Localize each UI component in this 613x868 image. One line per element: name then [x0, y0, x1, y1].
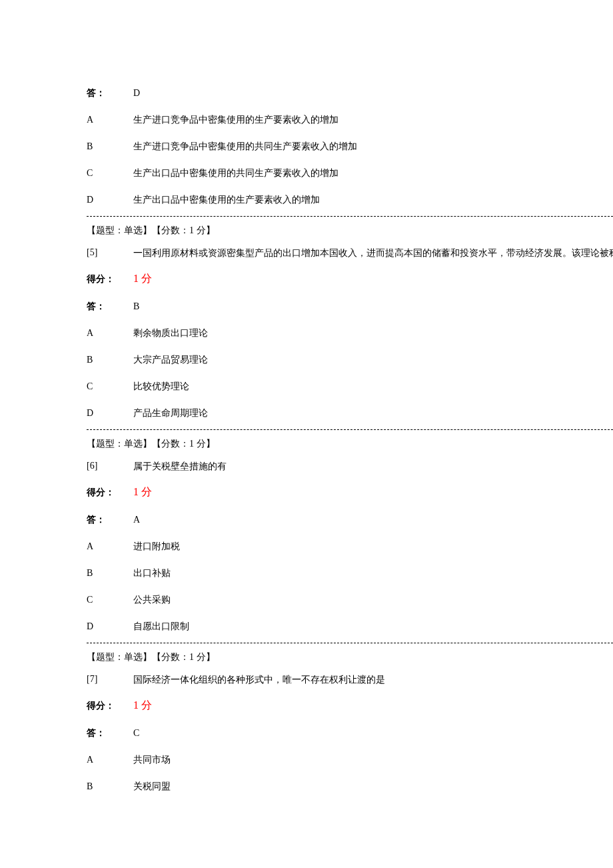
option-row: A 生产进口竞争品中密集使用的生产要素收入的增加 — [87, 107, 613, 133]
option-letter: C — [87, 168, 133, 179]
option-row: B 生产进口竞争品中密集使用的共同生产要素收入的增加 — [87, 133, 613, 160]
document-page: 答： D A 生产进口竞争品中密集使用的生产要素收入的增加 B 生产进口竞争品中… — [0, 0, 613, 827]
option-row: D 生产出口品中密集使用的生产要素收入的增加 — [87, 187, 613, 213]
option-letter: D — [87, 621, 133, 632]
question-meta: 【题型：单选】【分数：1 分】 — [87, 219, 613, 241]
option-letter: A — [87, 115, 133, 125]
question-text: 属于关税壁垒措施的有 — [133, 461, 613, 473]
option-row: B 大宗产品贸易理论 — [87, 347, 613, 373]
answer-row: 答： A — [87, 507, 613, 533]
option-text: 关税同盟 — [133, 781, 613, 793]
answer-label: 答： — [87, 87, 133, 99]
option-text: 剩余物质出口理论 — [133, 327, 613, 339]
option-letter: A — [87, 755, 133, 765]
option-row: C 公共采购 — [87, 587, 613, 613]
answer-label: 答： — [87, 301, 133, 313]
answer-row: 答： C — [87, 720, 613, 747]
option-row: A 共同市场 — [87, 747, 613, 773]
option-text: 生产出口品中密集使用的生产要素收入的增加 — [133, 194, 613, 206]
score-row: 得分： 1 分 — [87, 478, 613, 507]
score-value: 1 分 — [133, 272, 613, 286]
score-label: 得分： — [87, 700, 133, 712]
option-row: D 产品生命周期理论 — [87, 400, 613, 427]
option-letter: A — [87, 328, 133, 339]
question-row: [5] 一国利用原材料或资源密集型产品的出口增加本国收入，进而提高本国的储蓄和投… — [87, 241, 613, 265]
answer-value: B — [133, 301, 613, 312]
option-row: D 自愿出口限制 — [87, 613, 613, 640]
score-label: 得分： — [87, 487, 133, 499]
question-number: [7] — [87, 674, 133, 685]
score-label: 得分： — [87, 273, 133, 285]
score-value: 1 分 — [133, 485, 613, 499]
option-text: 比较优势理论 — [133, 381, 613, 393]
score-row: 得分： 1 分 — [87, 265, 613, 293]
question-row: [7] 国际经济一体化组织的各种形式中，唯一不存在权利让渡的是 — [87, 667, 613, 691]
option-letter: A — [87, 541, 133, 552]
option-letter: C — [87, 381, 133, 392]
question-number: [6] — [87, 461, 133, 471]
answer-row: 答： D — [87, 80, 613, 107]
question-meta: 【题型：单选】【分数：1 分】 — [87, 646, 613, 667]
question-row: [6] 属于关税壁垒措施的有 — [87, 454, 613, 478]
option-text: 生产出口品中密集使用的共同生产要素收入的增加 — [133, 167, 613, 179]
option-text: 生产进口竞争品中密集使用的共同生产要素收入的增加 — [133, 141, 613, 153]
option-text: 共同市场 — [133, 754, 613, 766]
question-text: 国际经济一体化组织的各种形式中，唯一不存在权利让渡的是 — [133, 674, 613, 686]
option-text: 自愿出口限制 — [133, 621, 613, 633]
divider — [87, 216, 613, 217]
option-row: A 剩余物质出口理论 — [87, 320, 613, 347]
option-text: 大宗产品贸易理论 — [133, 354, 613, 366]
option-row: B 关税同盟 — [87, 773, 613, 800]
option-text: 产品生命周期理论 — [133, 407, 613, 419]
option-row: A 进口附加税 — [87, 533, 613, 560]
option-text: 公共采购 — [133, 594, 613, 606]
answer-value: A — [133, 515, 613, 525]
option-text: 生产进口竞争品中密集使用的生产要素收入的增加 — [133, 114, 613, 126]
question-number: [5] — [87, 247, 133, 258]
option-letter: B — [87, 355, 133, 365]
option-letter: C — [87, 595, 133, 605]
answer-value: D — [133, 88, 613, 99]
option-text: 出口补贴 — [133, 567, 613, 579]
option-letter: B — [87, 141, 133, 152]
divider — [87, 429, 613, 430]
score-value: 1 分 — [133, 699, 613, 713]
answer-row: 答： B — [87, 293, 613, 320]
score-row: 得分： 1 分 — [87, 691, 613, 720]
option-letter: B — [87, 568, 133, 579]
answer-value: C — [133, 728, 613, 739]
option-row: C 比较优势理论 — [87, 373, 613, 400]
question-meta: 【题型：单选】【分数：1 分】 — [87, 433, 613, 454]
option-letter: D — [87, 195, 133, 205]
answer-label: 答： — [87, 727, 133, 739]
option-row: C 生产出口品中密集使用的共同生产要素收入的增加 — [87, 160, 613, 187]
answer-label: 答： — [87, 514, 133, 526]
question-text: 一国利用原材料或资源密集型产品的出口增加本国收入，进而提高本国的储蓄和投资水平，… — [133, 247, 613, 259]
divider — [87, 643, 613, 643]
option-letter: B — [87, 781, 133, 792]
option-text: 进口附加税 — [133, 541, 613, 553]
option-row: B 出口补贴 — [87, 560, 613, 587]
option-letter: D — [87, 408, 133, 419]
